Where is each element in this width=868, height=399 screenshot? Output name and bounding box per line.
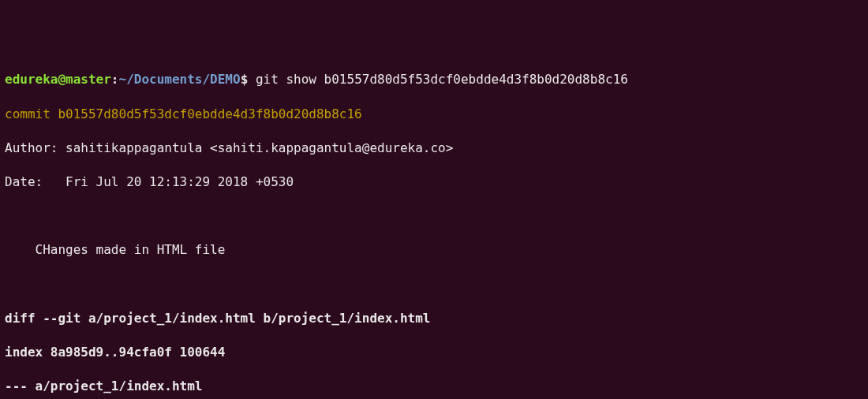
diff-header: diff --git a/project_1/index.html b/proj… [5,310,863,327]
diff-minus-file: --- a/project_1/index.html [5,378,863,395]
commit-author-line: Author: sahitikappagantula <sahiti.kappa… [5,140,863,157]
commit-date-line: Date: Fri Jul 20 12:13:29 2018 +0530 [5,173,863,191]
commit-message: CHanges made in HTML file [5,241,863,259]
blank-line [5,207,863,225]
commit-hash-line: commit b01557d80d5f53dcf0ebdde4d3f8b0d20… [5,106,863,123]
prompt-separator: : [111,72,119,87]
prompt-dollar: $ [241,72,249,87]
command-text: git show b01557d80d5f53dcf0ebdde4d3f8b0d… [248,72,628,87]
blank-line [5,276,863,293]
prompt-path: ~/Documents/DEMO [119,72,241,87]
prompt-user-host: edureka@master [5,72,111,87]
terminal-prompt-line[interactable]: edureka@master:~/Documents/DEMO$ git sho… [5,71,863,88]
diff-index: index 8a985d9..94cfa0f 100644 [5,344,863,361]
